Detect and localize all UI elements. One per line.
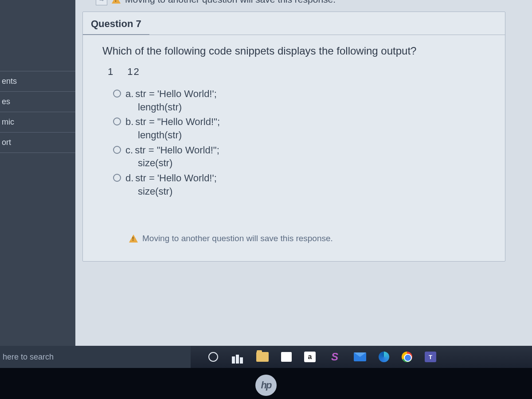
warning-text: Moving to another question will save thi… [125, 0, 336, 5]
ms-store-icon[interactable] [281, 352, 292, 362]
cortana-icon[interactable] [208, 352, 218, 362]
question-card: Question 7 Which of the following code s… [82, 12, 505, 262]
question-prompt: Which of the following code snippets dis… [102, 45, 491, 57]
warning-banner-top: → Moving to another question will save t… [82, 0, 519, 12]
option-text: d.str = 'Hello World!'; size(str) [125, 172, 217, 198]
sidebar-item[interactable]: es [0, 91, 75, 112]
taskbar: here to search a S T [0, 346, 532, 368]
edge-icon[interactable] [379, 352, 389, 362]
teams-icon[interactable]: T [425, 352, 436, 362]
snip-icon[interactable]: S [328, 350, 341, 364]
expected-output: 112 [108, 66, 491, 78]
screen: ents es mic ort → Moving to another ques… [0, 0, 532, 346]
hp-logo-icon: hp [255, 375, 277, 396]
sidebar-item[interactable]: ents [0, 71, 75, 91]
search-placeholder: here to search [3, 352, 54, 362]
taskbar-search[interactable]: here to search [0, 346, 191, 368]
warning-icon [129, 235, 138, 243]
task-view-icon[interactable] [231, 350, 244, 364]
option-d[interactable]: d.str = 'Hello World!'; size(str) [113, 172, 491, 198]
option-text: b.str = "Hello World!"; length(str) [125, 115, 220, 141]
option-text: c.str = "Hello World!"; size(str) [125, 144, 219, 170]
mail-icon[interactable] [354, 352, 366, 361]
chrome-icon[interactable] [402, 352, 412, 362]
radio-icon[interactable] [113, 90, 121, 98]
sidebar: ents es mic ort [0, 0, 75, 346]
option-text: a.str = 'Hello World!'; length(str) [125, 87, 217, 113]
radio-icon[interactable] [113, 174, 121, 182]
content-area: → Moving to another question will save t… [75, 0, 532, 346]
question-body: Which of the following code snippets dis… [83, 35, 505, 243]
option-a[interactable]: a.str = 'Hello World!'; length(str) [113, 87, 491, 113]
radio-icon[interactable] [113, 146, 121, 154]
warning-icon [112, 0, 121, 4]
nav-arrow-icon[interactable]: → [96, 0, 107, 5]
question-header: Question 7 [83, 12, 149, 35]
warning-banner-bottom: Moving to another question will save thi… [129, 234, 491, 243]
option-b[interactable]: b.str = "Hello World!"; length(str) [113, 115, 491, 141]
file-explorer-icon[interactable] [256, 352, 269, 362]
sidebar-item[interactable]: mic [0, 112, 75, 132]
options-group: a.str = 'Hello World!'; length(str) b.st… [113, 87, 491, 198]
radio-icon[interactable] [113, 117, 121, 125]
sidebar-item[interactable]: ort [0, 132, 75, 153]
amazon-icon[interactable]: a [304, 352, 316, 362]
taskbar-icons: a S T [191, 350, 532, 364]
warning-text: Moving to another question will save thi… [142, 234, 333, 243]
option-c[interactable]: c.str = "Hello World!"; size(str) [113, 144, 491, 170]
